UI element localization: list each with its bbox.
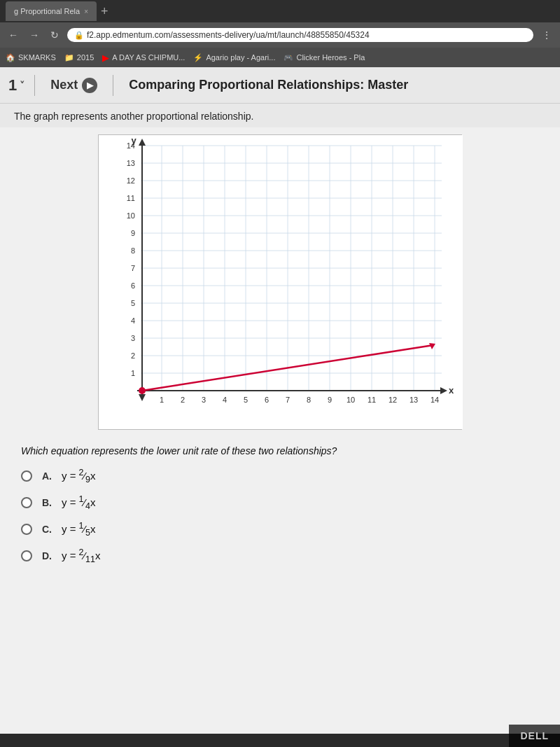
- bookmark-2015[interactable]: 📁 2015: [64, 53, 94, 62]
- choice-a-radio[interactable]: [21, 470, 32, 482]
- coordinate-graph: y x 1 2 3 4 5 6 7 8 9 10 11 12 13 14 1 2…: [99, 135, 463, 429]
- choice-c[interactable]: C. y = 1⁄5x: [21, 521, 539, 538]
- choice-c-radio[interactable]: [21, 524, 32, 535]
- next-button[interactable]: Next ▶: [45, 75, 103, 96]
- back-button[interactable]: ←: [6, 28, 21, 42]
- svg-text:14: 14: [127, 141, 135, 150]
- bookmark-agario-label: Agario play - Agari...: [206, 53, 275, 62]
- svg-text:1: 1: [131, 369, 135, 377]
- agario-icon: ⚡: [193, 53, 203, 62]
- choice-c-text: y = 1⁄5x: [62, 521, 96, 538]
- svg-text:2: 2: [181, 396, 185, 404]
- choice-b-text: y = 1⁄4x: [62, 494, 96, 511]
- svg-text:11: 11: [368, 396, 376, 404]
- svg-text:6: 6: [265, 396, 269, 404]
- choice-d-label: D.: [42, 550, 52, 561]
- svg-text:12: 12: [388, 396, 397, 404]
- reload-button[interactable]: ↻: [48, 28, 62, 42]
- choice-d-text: y = 2⁄11x: [62, 547, 100, 564]
- svg-text:7: 7: [131, 264, 135, 272]
- toolbar-divider: [34, 75, 35, 96]
- nav-toolbar: 1 ˅ Next ▶ Comparing Proportional Relati…: [0, 67, 560, 104]
- choice-a-text: y = 2⁄9x: [62, 468, 96, 484]
- bookmark-chipmu[interactable]: ▶ A DAY AS CHIPMU...: [102, 53, 185, 63]
- svg-text:4: 4: [223, 396, 227, 404]
- choice-d[interactable]: D. y = 2⁄11x: [21, 547, 539, 564]
- answer-choices-list: A. y = 2⁄9x B. y = 1⁄4x C. y = 1⁄5x: [21, 468, 539, 564]
- brand-label: DELL: [520, 730, 549, 741]
- brand-footer: DELL: [509, 725, 560, 747]
- browser-chrome: g Proportional Rela × + ← → ↻ 🔒 f2.app.e…: [0, 0, 560, 67]
- close-tab-button[interactable]: ×: [84, 8, 88, 15]
- svg-text:11: 11: [127, 194, 135, 202]
- next-label: Next: [50, 78, 78, 92]
- svg-text:1: 1: [160, 396, 164, 404]
- chevron-down-icon: ˅: [20, 80, 24, 91]
- url-text: f2.app.edmentum.com/assessments-delivery…: [87, 30, 370, 40]
- bookmark-clicker[interactable]: 🎮 Clicker Heroes - Pla: [284, 53, 365, 62]
- svg-text:2: 2: [131, 351, 135, 360]
- choice-b-label: B.: [42, 497, 52, 508]
- tab-bar: g Proportional Rela × +: [0, 0, 560, 22]
- bookmark-2015-label: 2015: [77, 53, 94, 62]
- svg-text:x: x: [449, 385, 454, 396]
- question-number: 1: [8, 76, 17, 95]
- menu-button[interactable]: ⋮: [539, 28, 554, 42]
- folder-icon: 📁: [64, 53, 74, 62]
- choice-d-radio[interactable]: [21, 550, 32, 561]
- active-tab[interactable]: g Proportional Rela ×: [6, 1, 97, 21]
- tab-title: g Proportional Rela: [14, 7, 80, 15]
- svg-text:4: 4: [131, 316, 135, 325]
- choice-b[interactable]: B. y = 1⁄4x: [21, 494, 539, 511]
- svg-text:13: 13: [127, 159, 135, 167]
- svg-text:5: 5: [131, 299, 135, 307]
- answer-section: Which equation represents the lower unit…: [0, 437, 560, 573]
- svg-text:3: 3: [131, 334, 135, 342]
- choice-b-radio[interactable]: [21, 497, 32, 508]
- next-arrow-icon: ▶: [82, 78, 97, 93]
- bookmark-skmarks[interactable]: 🏠 SKMARKS: [6, 53, 56, 62]
- svg-text:10: 10: [127, 211, 135, 220]
- svg-text:10: 10: [346, 396, 355, 404]
- bookmark-label: SKMARKS: [18, 53, 56, 62]
- forward-button[interactable]: →: [27, 28, 42, 42]
- question-intro-text: The graph represents another proportiona…: [0, 104, 560, 127]
- svg-rect-0: [99, 135, 463, 429]
- clicker-icon: 🎮: [284, 53, 293, 62]
- bookmark-chipmu-label: A DAY AS CHIPMU...: [112, 53, 185, 62]
- svg-text:12: 12: [127, 176, 135, 185]
- bookmark-clicker-label: Clicker Heroes - Pla: [296, 53, 365, 62]
- choice-a[interactable]: A. y = 2⁄9x: [21, 468, 539, 484]
- choice-a-label: A.: [42, 470, 52, 482]
- home-icon: 🏠: [6, 53, 15, 62]
- new-tab-button[interactable]: +: [101, 4, 108, 19]
- svg-text:6: 6: [131, 281, 135, 290]
- url-bar[interactable]: 🔒 f2.app.edmentum.com/assessments-delive…: [67, 28, 533, 42]
- svg-text:8: 8: [131, 246, 135, 255]
- graph-container: y x 1 2 3 4 5 6 7 8 9 10 11 12 13 14 1 2…: [98, 134, 462, 430]
- page-title: Comparing Proportional Relationships: Ma…: [129, 78, 408, 92]
- svg-text:14: 14: [430, 396, 439, 404]
- svg-text:5: 5: [244, 396, 248, 404]
- bookmark-agario[interactable]: ⚡ Agario play - Agari...: [193, 53, 275, 62]
- content-area: The graph represents another proportiona…: [0, 104, 560, 734]
- lock-icon: 🔒: [74, 31, 84, 40]
- toolbar-divider-2: [113, 75, 113, 96]
- svg-text:9: 9: [328, 396, 332, 404]
- address-bar: ← → ↻ 🔒 f2.app.edmentum.com/assessments-…: [0, 22, 560, 48]
- svg-text:13: 13: [410, 396, 418, 404]
- youtube-icon: ▶: [102, 53, 109, 63]
- question-number-selector[interactable]: 1 ˅: [8, 76, 24, 95]
- svg-text:9: 9: [131, 229, 135, 237]
- bookmarks-bar: 🏠 SKMARKS 📁 2015 ▶ A DAY AS CHIPMU... ⚡ …: [0, 48, 560, 67]
- svg-text:3: 3: [202, 396, 206, 404]
- svg-text:7: 7: [286, 396, 290, 404]
- svg-text:8: 8: [307, 396, 311, 404]
- answer-question-text: Which equation represents the lower unit…: [21, 445, 539, 456]
- choice-c-label: C.: [42, 524, 52, 535]
